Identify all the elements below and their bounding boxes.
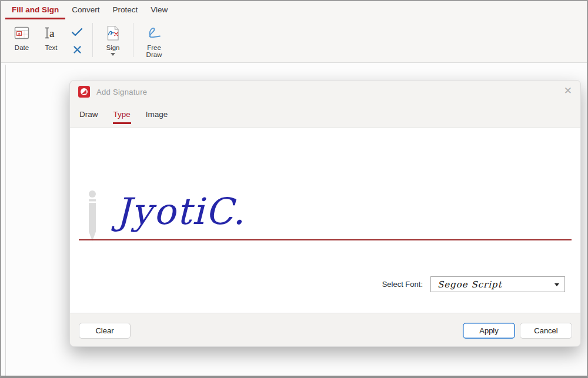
dialog-header: Add Signature ✕	[70, 81, 580, 104]
app-window: Fill and Sign Convert Protect View a	[0, 0, 588, 378]
svg-text:a: a	[49, 27, 55, 39]
svg-text:a: a	[18, 31, 21, 36]
signature-baseline	[79, 239, 572, 240]
add-signature-dialog: Add Signature ✕ Draw Type Image	[69, 80, 581, 347]
pencil-icon	[86, 189, 98, 245]
text-label: Text	[45, 44, 57, 51]
date-label: Date	[15, 44, 29, 51]
cancel-button[interactable]: Cancel	[520, 323, 572, 339]
font-dropdown[interactable]: Segoe Script	[430, 276, 565, 292]
cross-button[interactable]	[71, 44, 83, 55]
checkmark-icon	[71, 28, 83, 36]
select-font-label: Select Font:	[382, 280, 423, 289]
tab-image[interactable]: Image	[145, 106, 169, 124]
chevron-down-icon	[554, 283, 559, 286]
sign-label: Sign	[106, 44, 119, 51]
dialog-footer: Clear Apply Cancel	[70, 313, 580, 346]
date-button[interactable]: a Date	[7, 19, 36, 51]
checkmark-button[interactable]	[71, 26, 83, 37]
dialog-tab-bar: Draw Type Image	[79, 106, 168, 128]
free-draw-icon	[146, 25, 162, 41]
free-draw-button[interactable]: FreeDraw	[138, 19, 171, 58]
cross-icon	[73, 45, 82, 54]
apply-button[interactable]: Apply	[463, 323, 515, 339]
free-draw-label-line1: Free	[147, 44, 161, 51]
dialog-title: Add Signature	[96, 88, 147, 96]
tab-draw[interactable]: Draw	[79, 106, 99, 124]
ribbon-tab-view[interactable]: View	[144, 1, 174, 19]
free-draw-label-line2: Draw	[146, 51, 162, 58]
toolbar-separator	[133, 23, 133, 57]
clear-button[interactable]: Clear	[79, 323, 131, 339]
date-icon: a	[14, 25, 29, 41]
app-logo-icon	[78, 86, 90, 100]
text-icon: a	[44, 25, 59, 41]
ribbon-tab-bar: Fill and Sign Convert Protect View	[1, 1, 587, 19]
signature-preview-text[interactable]: JyotiC.	[116, 192, 246, 232]
sign-dropdown-caret-icon	[111, 53, 115, 56]
ribbon-tab-protect[interactable]: Protect	[106, 1, 145, 19]
ribbon-tab-convert[interactable]: Convert	[65, 1, 106, 19]
tab-type[interactable]: Type	[113, 106, 131, 124]
signature-type-panel: JyotiC. Select Font: Segoe Script	[70, 128, 580, 313]
ribbon: Fill and Sign Convert Protect View a	[1, 1, 587, 63]
sign-icon	[105, 25, 121, 41]
ribbon-toolbar: a Date a Text	[1, 19, 587, 62]
check-x-group	[66, 19, 88, 55]
document-area: Add Signature ✕ Draw Type Image	[1, 63, 587, 376]
font-select-row: Select Font: Segoe Script	[382, 276, 565, 292]
close-icon[interactable]: ✕	[564, 85, 572, 97]
free-draw-label: FreeDraw	[146, 44, 162, 58]
ribbon-tab-fill-and-sign[interactable]: Fill and Sign	[5, 1, 65, 19]
text-button[interactable]: a Text	[36, 19, 66, 51]
toolbar-separator	[92, 23, 93, 57]
font-dropdown-value: Segoe Script	[437, 279, 502, 290]
sign-button[interactable]: Sign	[97, 19, 129, 56]
page-edge-divider	[5, 65, 6, 376]
